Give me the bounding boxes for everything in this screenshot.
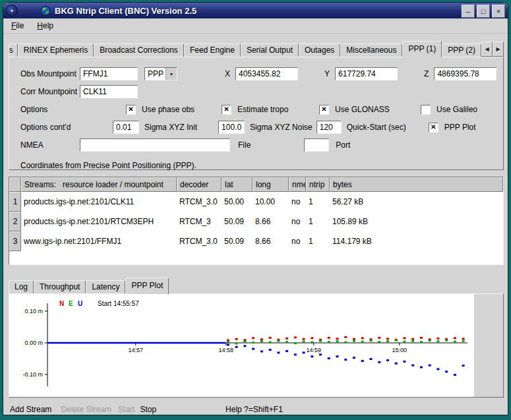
tab-throughput[interactable]: Throughput (34, 280, 86, 293)
col-header-lat[interactable]: lat (222, 177, 253, 192)
table-cell-decoder[interactable]: RTCM_3.0 (177, 192, 222, 212)
streams-table: Streams: resource loader / mountpoint de… (9, 177, 504, 265)
row-header[interactable]: 1 (9, 192, 21, 212)
menu-file[interactable]: File (6, 20, 29, 32)
use-galileo-checkbox[interactable] (421, 105, 431, 115)
add-stream-button[interactable]: Add Stream (10, 405, 51, 414)
maximize-button[interactable]: □ (477, 5, 490, 18)
col-header-long[interactable]: long (253, 177, 289, 192)
tab-latency[interactable]: Latency (86, 280, 125, 293)
start-button[interactable]: Start (118, 405, 135, 414)
table-cell-lat[interactable]: 50.09 (222, 231, 253, 251)
app-icon (40, 5, 51, 16)
col-header-nmea[interactable]: nmea (289, 177, 306, 192)
svg-text:15:00: 15:00 (392, 347, 407, 353)
ppp-mode-combobox[interactable]: PPP ▼ (144, 67, 177, 80)
col-header-ntrip[interactable]: ntrip (306, 177, 330, 192)
tab-rinex-ephemeris[interactable]: RINEX Ephemeris (18, 44, 94, 57)
col-header-mountpoint[interactable]: Streams: resource loader / mountpoint (21, 177, 177, 192)
table-cell-decoder[interactable]: RTCM_3.0 (177, 231, 222, 251)
sigma-xyz-noise-input[interactable] (218, 121, 245, 134)
table-cell-nmea[interactable]: no (289, 192, 306, 212)
svg-text:E: E (69, 300, 73, 307)
svg-text:14:59: 14:59 (307, 347, 322, 353)
options-label: Options (20, 105, 80, 114)
table-cell-ntrip[interactable]: 1 (306, 192, 330, 212)
tab-ppp-1[interactable]: PPP (1) (402, 41, 442, 57)
ppp1-panel: Obs Mountpoint PPP ▼ X Y Z Corr Mountpoi… (9, 57, 504, 170)
tab-log[interactable]: Log (9, 280, 34, 293)
table-cell-nmea[interactable]: no (289, 231, 306, 251)
table-cell-mountpoint[interactable]: products.igs-ip.net:2101/CLK11 (21, 192, 177, 212)
row-header[interactable]: 2 (9, 212, 21, 231)
x-input[interactable] (235, 67, 298, 80)
table-cell-decoder[interactable]: RTCM_3 (177, 212, 222, 231)
table-cell-lat[interactable]: 50.09 (222, 212, 253, 231)
tab-feed-engine[interactable]: Feed Engine (184, 44, 241, 57)
obs-mountpoint-label: Obs Mountpoint (20, 69, 80, 78)
nmea-label: NMEA (20, 140, 80, 150)
minimize-icon: _ (466, 5, 470, 13)
table-cell-mountpoint[interactable]: products.igs-ip.net:2101/RTCM3EPH (21, 212, 177, 231)
z-input[interactable] (434, 67, 496, 80)
svg-text:N: N (59, 300, 64, 307)
corr-mountpoint-input[interactable] (80, 85, 138, 98)
svg-text:0.10 m: 0.10 m (24, 308, 43, 315)
table-cell-bytes[interactable]: 114.179 kB (330, 231, 503, 251)
ppp-plot-area: 0.10 m0.00 m-0.10 m14:5714:5814:5915:00N… (9, 294, 474, 397)
tab-scroll-right-button[interactable]: ▶ (493, 42, 504, 57)
y-input[interactable] (335, 67, 398, 80)
table-cell-mountpoint[interactable]: www.igs-ip.net:2101/FFMJ1 (21, 231, 177, 251)
row-header[interactable]: 3 (9, 231, 21, 251)
port-label: Port (336, 140, 350, 150)
quick-start-label: Quick-Start (sec) (347, 123, 406, 132)
nmea-row: NMEA File Port (20, 137, 503, 153)
table-cell-ntrip[interactable]: 1 (306, 212, 330, 231)
menu-help[interactable]: Help (32, 20, 59, 32)
titlebar[interactable]: ▼ BKG Ntrip Client (BNC) Version 2.5 _ □… (3, 3, 508, 18)
quick-start-input[interactable] (316, 121, 342, 134)
svg-text:Start 14:55:57: Start 14:55:57 (98, 300, 139, 307)
tab-serial-output[interactable]: Serial Output (241, 44, 299, 57)
ppp-chart-svg: 0.10 m0.00 m-0.10 m14:5714:5814:5915:00N… (9, 294, 471, 394)
close-button[interactable]: × (492, 5, 505, 18)
delete-stream-button[interactable]: Delete Stream (61, 405, 111, 414)
nmea-input[interactable] (80, 138, 230, 152)
table-cell-bytes[interactable]: 56.27 kB (330, 192, 503, 212)
tab-outages[interactable]: Outages (299, 44, 340, 57)
table-cell-long[interactable]: 8.66 (253, 212, 289, 231)
obs-mountpoint-input[interactable] (80, 67, 138, 80)
table-cell-long[interactable]: 10.00 (253, 192, 289, 212)
app-window: ▼ BKG Ntrip Client (BNC) Version 2.5 _ □… (3, 2, 508, 415)
ppp-plot-checkbox[interactable]: ✕ (429, 123, 438, 133)
table-cell-long[interactable]: 8.66 (253, 231, 289, 251)
svg-text:14:58: 14:58 (218, 347, 233, 353)
stop-button[interactable]: Stop (140, 405, 156, 414)
table-cell-lat[interactable]: 50.00 (222, 192, 253, 212)
tab-ppp-plot[interactable]: PPP Plot (125, 278, 169, 294)
file-input[interactable] (304, 138, 329, 152)
window-controls: _ □ × (462, 5, 505, 18)
estimate-tropo-checkbox[interactable]: ✕ (222, 105, 231, 115)
tab-ppp-2[interactable]: PPP (2) (442, 44, 481, 57)
svg-text:0.00 m: 0.00 m (24, 340, 43, 346)
col-header-bytes[interactable]: bytes (330, 177, 503, 192)
use-glonass-checkbox[interactable]: ✕ (319, 105, 329, 115)
tab-miscellaneous[interactable]: Miscellaneous (340, 44, 402, 57)
col-header-decoder[interactable]: decoder (177, 177, 222, 192)
ppp-plot-label: PPP Plot (444, 123, 476, 132)
window-menu-button[interactable]: ▼ (6, 5, 18, 16)
tab-broadcast-corrections[interactable]: Broadcast Corrections (94, 44, 184, 57)
table-cell-bytes[interactable]: 105.89 kB (330, 212, 503, 231)
svg-text:U: U (78, 300, 82, 307)
table-cell-ntrip[interactable]: 1 (306, 231, 330, 251)
table-cell-nmea[interactable]: no (289, 212, 306, 231)
tab-scroll-left-button[interactable]: ◀ (481, 42, 493, 57)
options-row: Options ✕ Use phase obs ✕ Estimate tropo… (20, 102, 503, 117)
tab-partial[interactable]: s (9, 44, 18, 57)
use-phase-obs-checkbox[interactable]: ✕ (126, 105, 136, 115)
menubar: File Help (3, 18, 508, 34)
use-glonass-label: Use GLONASS (335, 105, 390, 114)
minimize-button[interactable]: _ (462, 5, 475, 18)
sigma-xyz-init-input[interactable] (113, 121, 139, 134)
